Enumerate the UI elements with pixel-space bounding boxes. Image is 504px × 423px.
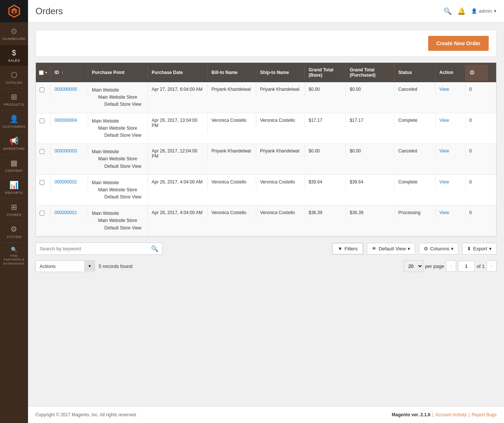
sidebar: ⊙ Dashboard $ Sales ⬡ Catalog ⊞ Products… — [0, 0, 28, 423]
catalog-icon: ⬡ — [11, 70, 18, 79]
filters-button[interactable]: ▼ Filters — [332, 243, 363, 254]
pp-line3: Default Store View — [92, 133, 142, 138]
sidebar-item-reports[interactable]: 📊 Reports — [0, 176, 28, 198]
row-checkbox[interactable] — [40, 87, 44, 92]
th-status[interactable]: Status — [395, 65, 436, 80]
actions-select[interactable]: Actions — [36, 261, 84, 272]
actions-row: Actions ▾ 5 records found 20 per page ‹ … — [35, 260, 497, 278]
columns-gear-icon: ⚙ — [424, 246, 428, 251]
columns-label: Columns — [430, 246, 449, 251]
td-status: Complete — [395, 175, 436, 189]
td-purchase-point: Main Website Main Website Store Default … — [88, 82, 148, 113]
notifications-icon[interactable]: 🔔 — [457, 7, 466, 15]
td-action: View — [436, 113, 466, 127]
th-purchase-date[interactable]: Purchase Date — [148, 65, 208, 80]
admin-user-label: admin — [479, 8, 492, 14]
prev-page-button[interactable]: ‹ — [446, 260, 456, 272]
table-row: 000000001 Main Website Main Website Stor… — [36, 206, 496, 237]
export-label: Export — [473, 246, 487, 251]
sidebar-item-stores[interactable]: ⊞ Stores — [0, 198, 28, 220]
actions-dropdown-button[interactable]: ▾ — [84, 261, 95, 271]
search-submit-icon[interactable]: 🔍 — [151, 245, 158, 252]
td-status: Canceled — [395, 82, 436, 96]
pp-line2: Main Website Store — [92, 126, 137, 131]
sidebar-item-system[interactable]: ⚙ System — [0, 220, 28, 243]
table-body: 000000005 Main Website Main Website Stor… — [36, 82, 496, 237]
th-extra: ⚙ — [466, 65, 488, 81]
view-link[interactable]: View — [439, 210, 449, 215]
view-link[interactable]: View — [439, 87, 449, 92]
view-link[interactable]: View — [439, 179, 449, 185]
row-checkbox[interactable] — [40, 118, 44, 123]
page-total-label: of 1 — [477, 263, 485, 269]
th-checkbox-dropdown-icon[interactable]: ▾ — [45, 71, 47, 75]
sidebar-item-sales[interactable]: $ Sales — [0, 44, 28, 66]
pp-line3: Default Store View — [92, 225, 142, 231]
per-page-select[interactable]: 20 — [403, 260, 423, 272]
default-view-button[interactable]: 👁 Default View ▾ — [367, 243, 415, 254]
sidebar-item-customers[interactable]: 👤 Customers — [0, 110, 28, 132]
td-id[interactable]: 000000005 — [51, 82, 88, 96]
sidebar-item-dashboard[interactable]: ⊙ Dashboard — [0, 22, 28, 44]
th-bill-to-name[interactable]: Bill-to Name — [208, 65, 256, 80]
per-page-label: per page — [425, 263, 444, 269]
page-number-input[interactable] — [458, 261, 475, 272]
td-grand-total-purchased: $17.17 — [346, 113, 395, 127]
td-extra: 0 — [466, 206, 488, 220]
view-link[interactable]: View — [439, 148, 449, 154]
sidebar-item-reports-label: Reports — [5, 191, 23, 195]
td-grand-total-purchased: $39.64 — [346, 175, 395, 189]
sidebar-item-products[interactable]: ⊞ Products — [0, 88, 28, 110]
admin-dropdown-icon: ▾ — [494, 8, 497, 14]
td-id[interactable]: 000000002 — [51, 175, 88, 189]
eye-icon: 👁 — [372, 246, 377, 251]
th-grand-total-base[interactable]: Grand Total (Base) — [305, 63, 346, 82]
export-button[interactable]: ⬇ Export ▾ — [462, 243, 497, 254]
bottom-toolbar: 🔍 ▼ Filters 👁 Default View ▾ ⚙ Columns ▾… — [35, 237, 497, 260]
account-activity-link[interactable]: Account Activity — [435, 412, 467, 417]
td-checkbox — [36, 206, 51, 221]
td-purchase-point: Main Website Main Website Store Default … — [88, 113, 148, 144]
row-checkbox[interactable] — [40, 149, 44, 154]
td-id[interactable]: 000000001 — [51, 206, 88, 220]
td-action: View — [436, 175, 466, 189]
extensions-icon: 🔍 — [11, 247, 18, 253]
sidebar-item-sales-label: Sales — [8, 59, 20, 62]
sidebar-item-content[interactable]: ▦ Content — [0, 154, 28, 176]
td-id[interactable]: 000000004 — [51, 113, 88, 127]
th-ship-to-name[interactable]: Ship-to Name — [256, 65, 305, 80]
row-checkbox[interactable] — [40, 180, 44, 185]
td-checkbox — [36, 175, 51, 191]
th-purchase-point[interactable]: Purchase Point — [88, 65, 148, 80]
pp-line1: Main Website — [92, 180, 119, 185]
sidebar-item-extensions[interactable]: 🔍 Find Partners & Extensions — [0, 243, 28, 269]
th-grand-total-purchased[interactable]: Grand Total (Purchased) — [346, 63, 395, 82]
table-row: 000000004 Main Website Main Website Stor… — [36, 113, 496, 144]
search-icon[interactable]: 🔍 — [443, 7, 452, 15]
table-row: 000000005 Main Website Main Website Stor… — [36, 82, 496, 113]
select-all-checkbox[interactable] — [39, 70, 44, 75]
th-id[interactable]: ID ↑ — [51, 65, 88, 80]
admin-user-menu[interactable]: 👤 admin ▾ — [471, 8, 497, 14]
sidebar-item-catalog[interactable]: ⬡ Catalog — [0, 66, 28, 88]
pp-line2: Main Website Store — [92, 95, 137, 100]
td-bill-to-name: Veronica Costello — [208, 206, 256, 220]
system-icon: ⚙ — [10, 225, 18, 234]
create-new-order-button[interactable]: Create New Order — [428, 36, 489, 51]
td-action: View — [436, 144, 466, 158]
row-checkbox[interactable] — [40, 211, 44, 216]
columns-button[interactable]: ⚙ Columns ▾ — [419, 243, 458, 254]
td-ship-to-name: Priyank Khandelwal — [256, 82, 305, 96]
report-bugs-link[interactable]: Report Bugs — [471, 412, 497, 417]
search-input[interactable] — [40, 246, 151, 251]
view-link[interactable]: View — [439, 118, 449, 123]
sidebar-item-customers-label: Customers — [3, 125, 26, 129]
td-id[interactable]: 000000003 — [51, 144, 88, 158]
td-extra: 0 — [466, 82, 488, 96]
filter-icon: ▼ — [338, 246, 343, 251]
td-bill-to-name: Veronica Costello — [208, 175, 256, 189]
td-ship-to-name: Veronica Costello — [256, 113, 305, 127]
th-checkbox: ▾ — [36, 66, 51, 80]
sidebar-item-marketing[interactable]: 📢 Marketing — [0, 132, 28, 154]
next-page-button[interactable]: › — [486, 260, 497, 272]
